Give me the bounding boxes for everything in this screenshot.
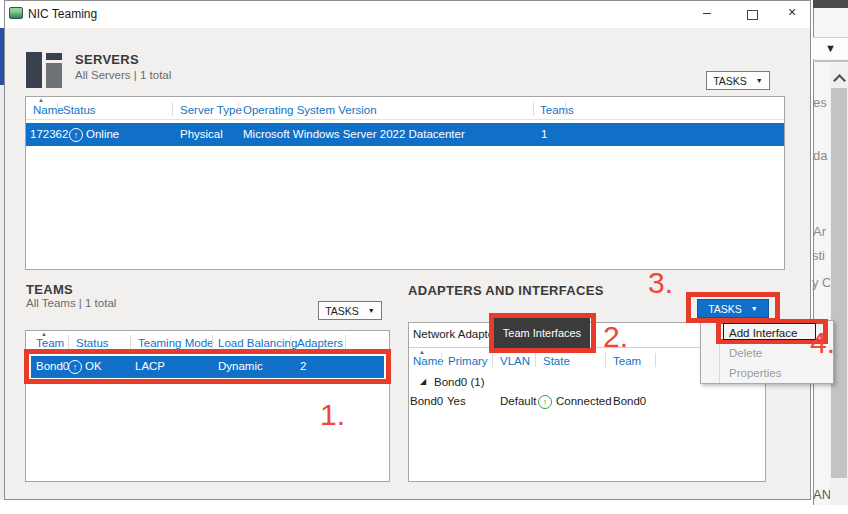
- status-up-icon: ↑: [69, 128, 83, 142]
- annotation-2: 2.: [603, 322, 628, 352]
- servers-tasks-button[interactable]: TASKS ▼: [706, 71, 770, 90]
- menu-item-properties: Properties: [729, 367, 781, 379]
- window-title: NIC Teaming: [28, 7, 97, 21]
- adapters-row[interactable]: Bond0 Yes Default ↑ Connected Bond0: [408, 393, 763, 411]
- servers-subheading: All Servers | 1 total: [75, 69, 171, 81]
- titlebar[interactable]: [5, 1, 810, 28]
- annotation-box-team-interfaces-tab: [489, 313, 596, 353]
- annotation-innerbox-add-interface: [723, 323, 816, 340]
- teams-heading: TEAMS: [26, 282, 73, 297]
- bg-text-fragment: AN: [813, 487, 831, 502]
- expander-icon[interactable]: ◢: [420, 377, 426, 386]
- annotation-box-teams-row: [24, 349, 391, 384]
- col-teaming-mode[interactable]: Teaming Mode: [138, 337, 213, 349]
- bg-combobox[interactable]: ▼: [813, 38, 848, 59]
- annotation-3: 3.: [648, 268, 673, 298]
- col-status[interactable]: Status: [76, 337, 109, 349]
- screen: NIC Teaming – × SERVERS All Servers | 1 …: [0, 0, 848, 514]
- col-team[interactable]: Team: [36, 337, 64, 349]
- teams-tasks-button[interactable]: TASKS ▼: [318, 301, 382, 320]
- server-teams: 1: [541, 128, 547, 140]
- server-os: Microsoft Windows Server 2022 Datacenter: [243, 128, 465, 140]
- col-adapters[interactable]: Adapters: [297, 337, 343, 349]
- sort-asc-icon: ▲: [38, 97, 44, 103]
- col-team[interactable]: Team: [613, 355, 641, 367]
- group-label: Bond0 (1): [434, 376, 485, 388]
- col-os-version[interactable]: Operating System Version: [243, 104, 377, 116]
- col-state[interactable]: State: [543, 355, 570, 367]
- server-type: Physical: [180, 128, 223, 140]
- iface-vlan: Default: [500, 395, 536, 407]
- iface-name: Bond0: [410, 395, 443, 407]
- combo-dropdown-icon: ▼: [825, 42, 836, 54]
- connected-up-icon: ↑: [538, 395, 552, 409]
- bg-text-fragment: Ar: [813, 224, 826, 239]
- annotation-1: 1.: [320, 400, 345, 430]
- col-name[interactable]: Name: [413, 355, 444, 367]
- server-name: 172362: [30, 128, 68, 140]
- bg-text-fragment: sti: [812, 248, 825, 263]
- menu-item-delete: Delete: [729, 347, 762, 359]
- servers-icon: [26, 52, 62, 88]
- col-vlan[interactable]: VLAN: [500, 355, 530, 367]
- col-primary[interactable]: Primary: [448, 355, 488, 367]
- col-name[interactable]: Name: [33, 104, 64, 116]
- col-server-type[interactable]: Server Type: [180, 104, 242, 116]
- servers-heading: SERVERS: [75, 52, 139, 67]
- iface-state: Connected: [556, 395, 612, 407]
- col-status[interactable]: Status: [63, 104, 96, 116]
- bg-text-fragment: es: [813, 95, 827, 110]
- bg-text-fragment: y C: [812, 275, 832, 290]
- minimize-button[interactable]: –: [703, 5, 711, 19]
- bg-window-top-strip: [813, 0, 848, 8]
- bg-text-fragment: da: [813, 148, 827, 163]
- col-load-balancing[interactable]: Load Balancing: [218, 337, 297, 349]
- servers-row[interactable]: 172362 ↑ Online Physical Microsoft Windo…: [26, 123, 784, 146]
- server-status: Online: [86, 128, 119, 140]
- close-button[interactable]: ×: [788, 5, 796, 19]
- bg-scrollbar-thumb[interactable]: [831, 88, 847, 478]
- maximize-button[interactable]: [747, 10, 758, 20]
- annotation-4: 4.: [810, 328, 835, 358]
- dropdown-icon: ▼: [756, 77, 763, 84]
- adapters-heading: ADAPTERS AND INTERFACES: [408, 283, 604, 298]
- col-teams[interactable]: Teams: [540, 104, 574, 116]
- iface-team: Bond0: [613, 395, 646, 407]
- app-icon: [9, 7, 23, 19]
- dropdown-icon: ▼: [368, 307, 375, 314]
- iface-primary: Yes: [447, 395, 466, 407]
- teams-subheading: All Teams | 1 total: [26, 297, 116, 309]
